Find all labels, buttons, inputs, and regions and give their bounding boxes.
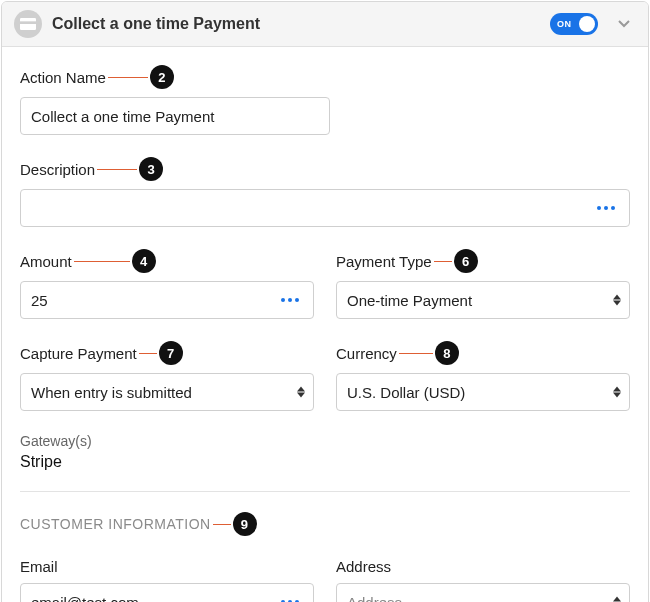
section-divider (20, 491, 630, 492)
connector (213, 524, 231, 525)
amount-label: Amount (20, 253, 72, 270)
connector (108, 77, 148, 78)
action-panel: Collect a one time Payment ON Action Nam… (1, 1, 649, 602)
capture-payment-label: Capture Payment (20, 345, 137, 362)
description-label: Description (20, 161, 95, 178)
capture-payment-label-row: Capture Payment 7 (20, 341, 314, 365)
panel-body: Action Name 2 Collect a one time Payment… (2, 47, 648, 602)
callout-badge-7: 7 (159, 341, 183, 365)
collapse-icon[interactable] (608, 15, 636, 34)
toggle-label: ON (550, 19, 572, 29)
toggle-on[interactable]: ON (550, 13, 598, 35)
amount-value: 25 (31, 292, 277, 309)
callout-badge-6: 6 (454, 249, 478, 273)
callout-badge-2: 2 (150, 65, 174, 89)
customer-info-heading-row: CUSTOMER INFORMATION 9 (20, 512, 630, 536)
currency-label: Currency (336, 345, 397, 362)
payment-type-label-row: Payment Type 6 (336, 249, 630, 273)
email-label: Email (20, 558, 58, 575)
address-value: Address (347, 594, 619, 603)
connector (434, 261, 452, 262)
select-caret-icon (613, 387, 621, 398)
amount-label-row: Amount 4 (20, 249, 314, 273)
currency-select[interactable]: U.S. Dollar (USD) (336, 373, 630, 411)
capture-payment-select[interactable]: When entry is submitted (20, 373, 314, 411)
customer-info-heading: CUSTOMER INFORMATION (20, 516, 211, 532)
description-label-row: Description 3 (20, 157, 630, 181)
description-input[interactable] (20, 189, 630, 227)
payment-type-select[interactable]: One-time Payment (336, 281, 630, 319)
panel-title: Collect a one time Payment (52, 15, 540, 33)
action-name-label-row: Action Name 2 (20, 65, 330, 89)
gateway-value: Stripe (20, 453, 630, 471)
ellipsis-icon[interactable] (593, 206, 619, 210)
payment-type-label: Payment Type (336, 253, 432, 270)
connector (139, 353, 157, 354)
action-name-input[interactable]: Collect a one time Payment (20, 97, 330, 135)
amount-input[interactable]: 25 (20, 281, 314, 319)
callout-badge-3: 3 (139, 157, 163, 181)
toggle-knob (579, 16, 595, 32)
currency-value: U.S. Dollar (USD) (347, 384, 619, 401)
email-value: email@test.com (31, 594, 277, 603)
svg-rect-1 (20, 21, 36, 24)
capture-payment-value: When entry is submitted (31, 384, 303, 401)
select-caret-icon (613, 295, 621, 306)
email-input[interactable]: email@test.com (20, 583, 314, 602)
callout-badge-8: 8 (435, 341, 459, 365)
address-label-row: Address (336, 558, 630, 575)
action-name-value: Collect a one time Payment (31, 108, 319, 125)
gateway-block: Gateway(s) Stripe (20, 433, 630, 471)
email-label-row: Email (20, 558, 314, 575)
payment-type-value: One-time Payment (347, 292, 619, 309)
select-caret-icon (613, 597, 621, 603)
panel-header: Collect a one time Payment ON (2, 2, 648, 47)
select-caret-icon (297, 387, 305, 398)
ellipsis-icon[interactable] (277, 298, 303, 302)
currency-label-row: Currency 8 (336, 341, 630, 365)
action-name-label: Action Name (20, 69, 106, 86)
gateway-label: Gateway(s) (20, 433, 630, 449)
address-label: Address (336, 558, 391, 575)
address-select[interactable]: Address (336, 583, 630, 602)
connector (97, 169, 137, 170)
connector (399, 353, 433, 354)
callout-badge-4: 4 (132, 249, 156, 273)
card-icon (14, 10, 42, 38)
callout-badge-9: 9 (233, 512, 257, 536)
connector (74, 261, 130, 262)
